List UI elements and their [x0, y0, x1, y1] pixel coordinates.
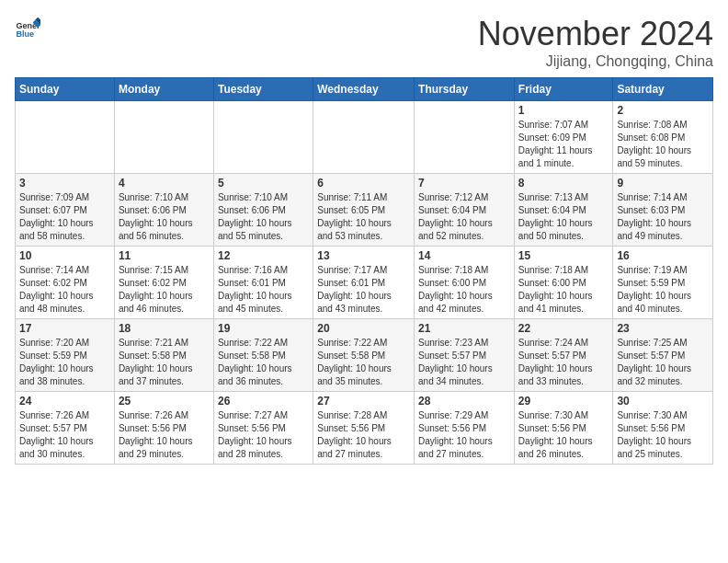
- calendar-header-sunday: Sunday: [16, 78, 115, 101]
- day-number: 19: [218, 322, 309, 335]
- calendar-header-monday: Monday: [114, 78, 213, 101]
- day-number: 10: [19, 249, 110, 262]
- day-info: Sunrise: 7:28 AM Sunset: 5:56 PM Dayligh…: [317, 409, 410, 461]
- calendar-cell: 28Sunrise: 7:29 AM Sunset: 5:56 PM Dayli…: [415, 392, 515, 465]
- calendar-cell: 25Sunrise: 7:26 AM Sunset: 5:56 PM Dayli…: [114, 392, 213, 465]
- day-info: Sunrise: 7:10 AM Sunset: 6:06 PM Dayligh…: [119, 191, 210, 243]
- day-info: Sunrise: 7:18 AM Sunset: 6:00 PM Dayligh…: [518, 264, 609, 316]
- day-number: 22: [518, 322, 609, 335]
- day-number: 5: [218, 177, 309, 190]
- calendar-cell: 14Sunrise: 7:18 AM Sunset: 6:00 PM Dayli…: [415, 247, 515, 319]
- day-info: Sunrise: 7:15 AM Sunset: 6:02 PM Dayligh…: [119, 264, 210, 316]
- calendar-cell: 30Sunrise: 7:30 AM Sunset: 5:56 PM Dayli…: [613, 392, 713, 465]
- day-info: Sunrise: 7:26 AM Sunset: 5:56 PM Dayligh…: [119, 409, 210, 461]
- day-number: 13: [317, 249, 410, 262]
- day-number: 24: [19, 395, 110, 408]
- calendar-cell: [16, 101, 115, 174]
- logo: General Blue: [15, 15, 40, 40]
- calendar-cell: 12Sunrise: 7:16 AM Sunset: 6:01 PM Dayli…: [213, 247, 313, 319]
- calendar-cell: [313, 101, 415, 174]
- calendar-week-5: 24Sunrise: 7:26 AM Sunset: 5:57 PM Dayli…: [16, 392, 713, 465]
- location-title: Jijiang, Chongqing, China: [478, 53, 713, 70]
- day-info: Sunrise: 7:10 AM Sunset: 6:06 PM Dayligh…: [218, 191, 309, 243]
- day-number: 18: [119, 322, 210, 335]
- calendar-cell: [415, 101, 515, 174]
- day-number: 20: [317, 322, 410, 335]
- calendar-cell: 13Sunrise: 7:17 AM Sunset: 6:01 PM Dayli…: [313, 247, 415, 319]
- day-info: Sunrise: 7:21 AM Sunset: 5:58 PM Dayligh…: [119, 337, 210, 388]
- day-info: Sunrise: 7:07 AM Sunset: 6:09 PM Dayligh…: [518, 119, 609, 170]
- day-number: 8: [518, 177, 609, 190]
- month-title: November 2024: [478, 15, 713, 53]
- day-number: 27: [317, 395, 410, 408]
- day-number: 11: [119, 249, 210, 262]
- calendar-cell: 19Sunrise: 7:22 AM Sunset: 5:58 PM Dayli…: [213, 319, 313, 392]
- calendar-cell: 27Sunrise: 7:28 AM Sunset: 5:56 PM Dayli…: [313, 392, 415, 465]
- calendar-header-friday: Friday: [514, 78, 613, 101]
- day-info: Sunrise: 7:22 AM Sunset: 5:58 PM Dayligh…: [218, 337, 309, 388]
- day-number: 1: [518, 104, 609, 117]
- day-info: Sunrise: 7:16 AM Sunset: 6:01 PM Dayligh…: [218, 264, 309, 316]
- day-info: Sunrise: 7:29 AM Sunset: 5:56 PM Dayligh…: [418, 409, 510, 461]
- day-number: 23: [617, 322, 709, 335]
- calendar-cell: 6Sunrise: 7:11 AM Sunset: 6:05 PM Daylig…: [313, 174, 415, 247]
- calendar-cell: 21Sunrise: 7:23 AM Sunset: 5:57 PM Dayli…: [415, 319, 515, 392]
- calendar-header-tuesday: Tuesday: [213, 78, 313, 101]
- svg-text:Blue: Blue: [16, 29, 34, 39]
- calendar-table: SundayMondayTuesdayWednesdayThursdayFrid…: [15, 77, 713, 465]
- day-number: 21: [418, 322, 510, 335]
- calendar-cell: 16Sunrise: 7:19 AM Sunset: 5:59 PM Dayli…: [613, 247, 713, 319]
- day-info: Sunrise: 7:11 AM Sunset: 6:05 PM Dayligh…: [317, 191, 410, 243]
- page-header: General Blue November 2024 Jijiang, Chon…: [15, 15, 713, 70]
- calendar-header-thursday: Thursday: [415, 78, 515, 101]
- day-info: Sunrise: 7:12 AM Sunset: 6:04 PM Dayligh…: [418, 191, 510, 243]
- day-number: 2: [617, 104, 709, 117]
- calendar-cell: 10Sunrise: 7:14 AM Sunset: 6:02 PM Dayli…: [16, 247, 115, 319]
- calendar-cell: 2Sunrise: 7:08 AM Sunset: 6:08 PM Daylig…: [613, 101, 713, 174]
- day-info: Sunrise: 7:08 AM Sunset: 6:08 PM Dayligh…: [617, 119, 709, 170]
- day-number: 6: [317, 177, 410, 190]
- calendar-cell: [114, 101, 213, 174]
- calendar-cell: 5Sunrise: 7:10 AM Sunset: 6:06 PM Daylig…: [213, 174, 313, 247]
- day-number: 9: [617, 177, 709, 190]
- day-info: Sunrise: 7:22 AM Sunset: 5:58 PM Dayligh…: [317, 337, 410, 388]
- calendar-header-saturday: Saturday: [613, 78, 713, 101]
- day-number: 16: [617, 249, 709, 262]
- day-number: 12: [218, 249, 309, 262]
- day-number: 29: [518, 395, 609, 408]
- day-number: 30: [617, 395, 709, 408]
- day-info: Sunrise: 7:09 AM Sunset: 6:07 PM Dayligh…: [19, 191, 110, 243]
- day-number: 4: [119, 177, 210, 190]
- calendar-cell: 17Sunrise: 7:20 AM Sunset: 5:59 PM Dayli…: [16, 319, 115, 392]
- calendar-week-3: 10Sunrise: 7:14 AM Sunset: 6:02 PM Dayli…: [16, 247, 713, 319]
- calendar-cell: [213, 101, 313, 174]
- day-number: 25: [119, 395, 210, 408]
- calendar-week-1: 1Sunrise: 7:07 AM Sunset: 6:09 PM Daylig…: [16, 101, 713, 174]
- calendar-cell: 1Sunrise: 7:07 AM Sunset: 6:09 PM Daylig…: [514, 101, 613, 174]
- day-info: Sunrise: 7:18 AM Sunset: 6:00 PM Dayligh…: [418, 264, 510, 316]
- calendar-header-wednesday: Wednesday: [313, 78, 415, 101]
- day-number: 7: [418, 177, 510, 190]
- calendar-cell: 29Sunrise: 7:30 AM Sunset: 5:56 PM Dayli…: [514, 392, 613, 465]
- calendar-cell: 11Sunrise: 7:15 AM Sunset: 6:02 PM Dayli…: [114, 247, 213, 319]
- day-info: Sunrise: 7:23 AM Sunset: 5:57 PM Dayligh…: [418, 337, 510, 388]
- day-info: Sunrise: 7:14 AM Sunset: 6:03 PM Dayligh…: [617, 191, 709, 243]
- day-number: 17: [19, 322, 110, 335]
- logo-icon: General Blue: [15, 15, 40, 40]
- title-block: November 2024 Jijiang, Chongqing, China: [478, 15, 713, 70]
- calendar-cell: 23Sunrise: 7:25 AM Sunset: 5:57 PM Dayli…: [613, 319, 713, 392]
- day-info: Sunrise: 7:30 AM Sunset: 5:56 PM Dayligh…: [518, 409, 609, 461]
- day-info: Sunrise: 7:14 AM Sunset: 6:02 PM Dayligh…: [19, 264, 110, 316]
- calendar-cell: 22Sunrise: 7:24 AM Sunset: 5:57 PM Dayli…: [514, 319, 613, 392]
- day-number: 15: [518, 249, 609, 262]
- day-info: Sunrise: 7:26 AM Sunset: 5:57 PM Dayligh…: [19, 409, 110, 461]
- day-info: Sunrise: 7:17 AM Sunset: 6:01 PM Dayligh…: [317, 264, 410, 316]
- day-info: Sunrise: 7:30 AM Sunset: 5:56 PM Dayligh…: [617, 409, 709, 461]
- calendar-cell: 20Sunrise: 7:22 AM Sunset: 5:58 PM Dayli…: [313, 319, 415, 392]
- calendar-cell: 8Sunrise: 7:13 AM Sunset: 6:04 PM Daylig…: [514, 174, 613, 247]
- calendar-week-2: 3Sunrise: 7:09 AM Sunset: 6:07 PM Daylig…: [16, 174, 713, 247]
- calendar-cell: 24Sunrise: 7:26 AM Sunset: 5:57 PM Dayli…: [16, 392, 115, 465]
- day-number: 26: [218, 395, 309, 408]
- day-number: 28: [418, 395, 510, 408]
- day-info: Sunrise: 7:20 AM Sunset: 5:59 PM Dayligh…: [19, 337, 110, 388]
